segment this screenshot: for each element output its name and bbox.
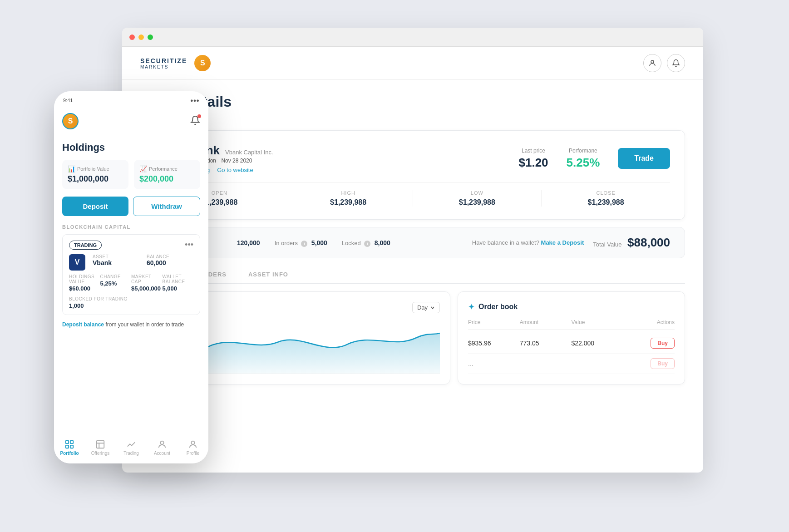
high-value: $1,239,988 <box>284 198 413 207</box>
last-price-value: $1.20 <box>519 156 548 170</box>
deposit-hint-link[interactable]: Deposit balance <box>62 321 104 328</box>
col-value: Value <box>572 319 623 325</box>
asset-price-group: Last price $1.20 <box>519 148 548 170</box>
nav-account[interactable]: Account <box>147 436 178 459</box>
locked-info-icon[interactable]: i <box>364 241 370 247</box>
nav-offerings[interactable]: Offerings <box>85 436 116 459</box>
mobile-content: Holdings 📊 Portfolio Value $1,000,000 📈 … <box>54 135 208 335</box>
page-title: Asset Details <box>140 94 685 110</box>
asset-logo-mobile: V <box>69 254 85 271</box>
mobile-bottom-nav: Portfolio Offerings Trading Account <box>54 431 208 463</box>
col-actions: Actions <box>623 319 675 325</box>
trading-badge: TRADING <box>69 241 102 250</box>
portfolio-value-card: 📊 Portfolio Value $1,000,000 <box>62 160 128 189</box>
buy-button-2[interactable]: Buy <box>651 358 675 369</box>
pi-asset-field: ASSET Vbank <box>93 254 139 271</box>
nav-profile[interactable]: Profile <box>178 436 208 459</box>
profile-nav-icon <box>188 439 198 449</box>
total-value: $88,000 <box>627 236 670 249</box>
order-book-row: $935.96 773.05 $22.000 Buy <box>468 333 675 354</box>
close-value: $1,239,988 <box>542 198 670 207</box>
mobile-topbar: S <box>54 109 208 135</box>
withdraw-button[interactable]: Withdraw <box>133 197 200 216</box>
portfolio-nav-icon <box>64 439 74 449</box>
nav-account-label: Account <box>154 451 170 456</box>
tab-asset-info[interactable]: ASSET INFO <box>237 266 299 284</box>
browser-dot-yellow <box>138 34 144 40</box>
desktop-logo: SECURITIZE MARKETS S <box>140 55 211 71</box>
port-stat-locked: Locked i 8,000 <box>342 239 390 247</box>
nav-offerings-label: Offerings <box>91 451 109 456</box>
asset-incorporation: Incorporation Nov 28 2020 <box>184 158 519 164</box>
pi-market-cap-value: $5,000,000 <box>131 285 163 292</box>
order-book-card: ✦ Order book Price Amount Value Actions … <box>458 291 685 384</box>
bell-icon-button[interactable] <box>667 54 685 72</box>
portfolio-item-card: TRADING ••• V ASSET Vbank BALANCE 60,000 <box>62 234 200 315</box>
website-link[interactable]: Go to website <box>217 167 253 173</box>
make-deposit-link[interactable]: Make a Deposit <box>541 239 584 246</box>
pi-asset-value: Vbank <box>93 259 139 266</box>
order-book-header: ✦ Order book <box>468 302 675 312</box>
trade-button[interactable]: Trade <box>618 148 670 169</box>
pi-holdings-field: HOLDINGS VALUE $60.000 <box>69 274 100 292</box>
svg-rect-2 <box>70 440 73 443</box>
pi-blocked-value: 1,000 <box>69 302 193 309</box>
col-price: Price <box>468 319 520 325</box>
asset-card: V Vbank Vbank Capital Inc. Incorporation… <box>140 130 685 220</box>
deposit-hint: Deposit balance from your wallet in orde… <box>62 320 200 329</box>
bottom-row: (USD) Share Price Day <box>140 291 685 384</box>
buy-button[interactable]: Buy <box>651 338 675 349</box>
account-nav-icon <box>157 439 167 449</box>
pi-wallet-balance-value: 5,000 <box>163 285 194 292</box>
section-label: BLOCKCHAIN CAPITAL <box>62 224 200 230</box>
nav-portfolio-label: Portfolio <box>60 451 79 456</box>
in-orders-info-icon[interactable]: i <box>301 241 307 247</box>
notification-bell-icon[interactable] <box>190 115 200 128</box>
tabs-row: ADE MY ORDERS ASSET INFO <box>140 266 685 284</box>
ob-action: Buy <box>623 338 675 349</box>
mobile-status-bar: 9:41 ●●● <box>54 91 208 109</box>
pi-top: TRADING ••• <box>69 240 193 250</box>
close-label: CLOSE <box>542 190 670 196</box>
port-stat-orders: In orders i 5,000 <box>275 239 327 247</box>
more-options-icon[interactable]: ••• <box>185 240 193 250</box>
nav-portfolio[interactable]: Portfolio <box>54 436 85 459</box>
pi-asset-row: V ASSET Vbank BALANCE 60,000 <box>69 254 193 271</box>
desktop-topnav: SECURITIZE MARKETS S <box>122 47 703 80</box>
order-book-star-icon: ✦ <box>468 302 475 312</box>
desktop-browser: SECURITIZE MARKETS S <box>122 28 703 473</box>
nav-profile-label: Profile <box>187 451 199 456</box>
logo-markets-text: MARKETS <box>140 64 187 69</box>
col-amount: Amount <box>520 319 572 325</box>
performance-card: 📈 Performance $200,000 <box>134 160 200 189</box>
nav-trading[interactable]: Trading <box>116 436 147 459</box>
asset-links: y Offering Go to website <box>184 167 519 173</box>
svg-rect-5 <box>97 440 104 448</box>
browser-dot-red <box>129 34 135 40</box>
holdings-row: 📊 Portfolio Value $1,000,000 📈 Performan… <box>62 160 200 189</box>
user-icon-button[interactable] <box>643 54 661 72</box>
order-book-row-2: ... Buy <box>468 354 675 374</box>
svg-point-0 <box>651 60 654 63</box>
ob-amount: 773.05 <box>520 340 572 347</box>
pi-holdings-value: $60.000 <box>69 285 100 292</box>
svg-rect-3 <box>66 445 69 448</box>
pi-blocked-field: BLOCKED FOR TRADING 1,000 <box>69 296 193 309</box>
deposit-button[interactable]: Deposit <box>62 197 128 216</box>
chart-period-selector[interactable]: Day <box>412 302 440 313</box>
asset-stats: OPEN $1,239,988 HIGH $1,239,988 LOW $1,2… <box>155 182 670 207</box>
low-value: $1,239,988 <box>413 198 542 207</box>
browser-dot-green <box>148 34 153 40</box>
portfolio-hint-text: Have balance in a wallet? <box>472 239 539 246</box>
ob-price: $935.96 <box>468 340 520 347</box>
stat-close: CLOSE $1,239,988 <box>541 190 670 207</box>
action-buttons: Deposit Withdraw <box>62 197 200 216</box>
asset-header: V Vbank Vbank Capital Inc. Incorporation… <box>155 143 670 173</box>
holdings-title: Holdings <box>62 142 200 153</box>
low-label: LOW <box>413 190 542 196</box>
desktop-nav-icons <box>643 54 685 72</box>
port-total: Total Value $88,000 <box>593 236 670 250</box>
portfolio-card: our Portfolio 120,000 In orders i 5,000 <box>140 227 685 258</box>
asset-name-group: Vbank Vbank Capital Inc. Incorporation N… <box>184 143 519 173</box>
nav-trading-label: Trading <box>123 451 139 456</box>
